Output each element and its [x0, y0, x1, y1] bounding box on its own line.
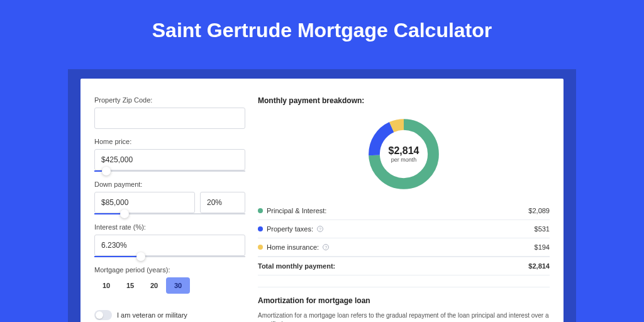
- home-price-slider[interactable]: [94, 170, 245, 172]
- inputs-panel: Property Zip Code: Home price: Down paym…: [94, 96, 245, 322]
- legend-total-row: Total monthly payment: $2,814: [258, 257, 550, 275]
- interest-rate-slider-thumb[interactable]: [136, 252, 145, 261]
- amortization-body: Amortization for a mortgage loan refers …: [258, 311, 550, 322]
- down-payment-label: Down payment:: [94, 180, 245, 188]
- donut-sub: per month: [389, 157, 419, 163]
- period-label: Mortgage period (years):: [94, 266, 245, 274]
- info-icon[interactable]: ?: [317, 226, 323, 232]
- field-down-payment: Down payment:: [94, 180, 245, 214]
- amortization-heading: Amortization for mortgage loan: [258, 296, 550, 305]
- field-period: Mortgage period (years): 10152030: [94, 266, 245, 294]
- field-interest-rate: Interest rate (%):: [94, 223, 245, 257]
- down-payment-slider[interactable]: [94, 213, 245, 214]
- home-price-input[interactable]: [94, 149, 245, 170]
- legend-dot-icon: [258, 208, 263, 213]
- down-payment-pct-input[interactable]: [200, 192, 245, 213]
- payment-donut: $2,814 per month: [365, 115, 443, 193]
- legend-value: $194: [535, 243, 550, 251]
- down-payment-slider-thumb[interactable]: [120, 209, 129, 218]
- legend: Principal & Interest:$2,089Property taxe…: [258, 202, 550, 257]
- interest-rate-input[interactable]: [94, 235, 245, 256]
- period-btn-15[interactable]: 15: [118, 277, 142, 294]
- amortization-block: Amortization for mortgage loan Amortizat…: [258, 287, 550, 322]
- period-btn-10[interactable]: 10: [94, 277, 118, 294]
- breakdown-panel: Monthly payment breakdown: $2,814 per mo…: [258, 96, 550, 322]
- interest-rate-slider[interactable]: [94, 256, 245, 257]
- calculator-card: Property Zip Code: Home price: Down paym…: [80, 79, 564, 322]
- donut-value: $2,814: [389, 145, 419, 157]
- period-btn-30[interactable]: 30: [166, 277, 190, 294]
- zip-input[interactable]: [94, 108, 245, 129]
- page-title: Saint Gertrude Mortgage Calculator: [0, 0, 644, 56]
- legend-value: $2,089: [528, 207, 550, 214]
- legend-label: Home insurance:: [267, 243, 319, 251]
- donut-wrap: $2,814 per month: [258, 111, 550, 202]
- legend-label: Property taxes:: [267, 225, 313, 233]
- veteran-label: I am veteran or military: [117, 311, 187, 319]
- veteran-toggle[interactable]: [94, 310, 112, 320]
- home-price-slider-thumb[interactable]: [102, 167, 111, 175]
- home-price-label: Home price:: [94, 138, 245, 145]
- veteran-row: I am veteran or military: [94, 310, 245, 320]
- donut-center: $2,814 per month: [389, 145, 419, 163]
- legend-dot-icon: [258, 245, 263, 250]
- breakdown-heading: Monthly payment breakdown:: [258, 96, 550, 105]
- legend-value: $531: [535, 225, 550, 233]
- interest-rate-label: Interest rate (%):: [94, 223, 245, 231]
- zip-label: Property Zip Code:: [94, 96, 245, 104]
- legend-dot-icon: [258, 226, 263, 231]
- field-zip: Property Zip Code:: [94, 96, 245, 129]
- period-btn-20[interactable]: 20: [142, 277, 166, 294]
- field-home-price: Home price:: [94, 138, 245, 172]
- legend-total-label: Total monthly payment:: [258, 262, 335, 270]
- down-payment-input[interactable]: [94, 192, 195, 213]
- info-icon[interactable]: ?: [323, 244, 329, 250]
- legend-label: Principal & Interest:: [267, 207, 326, 214]
- legend-row: Principal & Interest:$2,089: [258, 202, 550, 220]
- legend-total-value: $2,814: [528, 262, 550, 270]
- legend-row: Home insurance:?$194: [258, 238, 550, 257]
- legend-row: Property taxes:?$531: [258, 220, 550, 238]
